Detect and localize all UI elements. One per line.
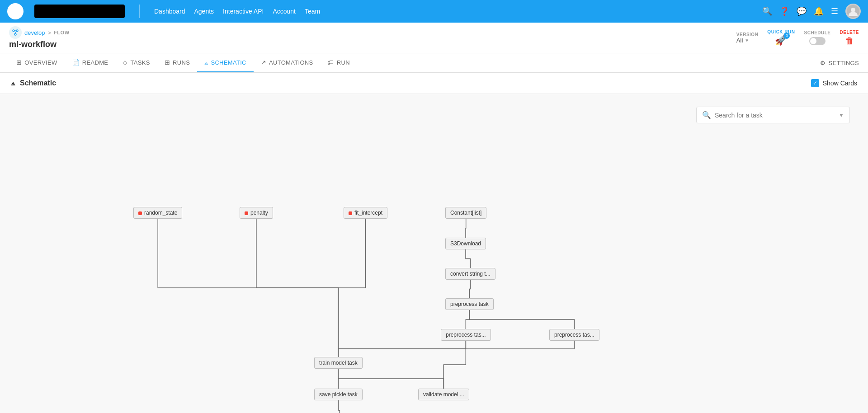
workflow-info: develop > FLOW ml-workflow — [9, 26, 70, 49]
version-label: VERSION — [736, 32, 759, 37]
show-cards-checkbox[interactable]: ✓ — [811, 79, 819, 87]
node-preprocess_task[interactable]: preprocess task — [445, 298, 494, 310]
svg-point-1 — [851, 8, 855, 12]
tab-run-label: RUN — [337, 59, 350, 66]
schematic-title-block: ⟁ Schematic — [11, 79, 56, 87]
delete-label: DELETE — [840, 30, 859, 35]
tab-overview[interactable]: ⊞ OVERVIEW — [9, 53, 65, 72]
overview-icon: ⊞ — [16, 59, 22, 66]
subheader-right: VERSION All ▼ QUICK RUN 🚀 0 SCHEDULE DEL… — [736, 29, 859, 46]
tab-tasks-label: TASKS — [131, 59, 150, 66]
node-penalty[interactable]: penalty — [240, 207, 273, 219]
run-icon: 🏷 — [327, 59, 334, 66]
connection-convert_string-preprocess_task — [469, 280, 470, 298]
workflow-title: ml-workflow — [9, 40, 70, 49]
user-avatar[interactable] — [845, 4, 861, 19]
tab-readme-label: README — [82, 59, 108, 66]
schedule-block: SCHEDULE — [804, 30, 831, 45]
nav-dashboard[interactable]: Dashboard — [154, 8, 185, 15]
schematic-title-icon: ⟁ — [11, 79, 15, 87]
quick-run-badge: 0 — [783, 33, 790, 39]
node-constant_list[interactable]: Constant[list] — [445, 207, 486, 219]
connection-preprocess_tas1-validate_model — [443, 341, 466, 389]
search-icon[interactable]: 🔍 — [762, 6, 772, 16]
tab-tasks[interactable]: ◇ TASKS — [115, 53, 157, 72]
delete-block: DELETE 🗑 — [840, 30, 859, 46]
node-validate_model[interactable]: validate model ... — [418, 389, 469, 400]
top-navigation: Dashboard Agents Interactive API Account… — [0, 0, 868, 23]
schedule-toggle[interactable] — [809, 37, 826, 45]
chat-icon[interactable]: 💬 — [797, 6, 807, 16]
node-convert_string[interactable]: convert string t... — [445, 268, 495, 280]
bell-icon[interactable]: 🔔 — [814, 6, 824, 16]
connection-preprocess_task-preprocess_tas2 — [469, 310, 574, 329]
schedule-label: SCHEDULE — [804, 30, 831, 35]
connection-preprocess_tas2-train_model — [338, 341, 574, 357]
app-logo[interactable] — [7, 3, 24, 19]
search-input[interactable] — [715, 112, 835, 119]
connection-preprocess_task-preprocess_tas1 — [466, 310, 469, 329]
node-s3download[interactable]: S3Download — [445, 238, 486, 249]
quick-run-button[interactable]: 🚀 0 — [775, 34, 787, 46]
breadcrumb-develop[interactable]: develop — [24, 29, 45, 36]
schematic-canvas[interactable]: 🔍 ▼ random_statepenaltyfit_interceptCons… — [0, 94, 868, 413]
nav-search-box — [34, 5, 125, 18]
node-save_pickle[interactable]: save pickle task — [314, 389, 363, 400]
version-select[interactable]: All ▼ — [736, 37, 749, 44]
nav-team[interactable]: Team — [305, 8, 320, 15]
nav-right-icons: 🔍 ❓ 💬 🔔 ☰ — [762, 4, 861, 19]
svg-point-2 — [13, 30, 14, 32]
delete-button[interactable]: 🗑 — [845, 36, 854, 46]
nav-divider — [139, 5, 140, 18]
connection-s3download-convert_string — [466, 249, 470, 268]
connection-fit_intercept-train_model — [338, 219, 365, 357]
connection-preprocess_tas1-train_model — [338, 341, 466, 357]
toggle-knob — [810, 38, 816, 44]
search-container: 🔍 ▼ — [696, 107, 850, 123]
breadcrumb: develop > FLOW — [9, 26, 70, 39]
schematic-icon: ⟁ — [204, 59, 208, 66]
connection-constant_list-s3download — [466, 219, 466, 238]
node-fit_intercept[interactable]: fit_intercept — [344, 207, 387, 219]
show-cards-control[interactable]: ✓ Show Cards — [811, 79, 857, 87]
tab-run[interactable]: 🏷 RUN — [320, 53, 357, 72]
node-preprocess_tas1[interactable]: preprocess tas... — [441, 329, 491, 341]
schematic-header: ⟁ Schematic ✓ Show Cards — [0, 73, 868, 94]
connection-random_state-train_model — [158, 219, 338, 357]
connection-save_pickle-upload_s3 — [338, 400, 340, 413]
node-train_model[interactable]: train model task — [314, 357, 363, 369]
nav-account[interactable]: Account — [273, 8, 296, 15]
svg-point-4 — [14, 33, 16, 35]
tab-runs[interactable]: ⊞ RUNS — [157, 53, 197, 72]
workflow-icon — [9, 26, 22, 39]
settings-tab[interactable]: ⚙ SETTINGS — [820, 60, 859, 66]
schematic-content: ⟁ Schematic ✓ Show Cards 🔍 ▼ random_stat… — [0, 73, 868, 413]
settings-label: SETTINGS — [829, 60, 859, 66]
tasks-icon: ◇ — [123, 59, 127, 66]
nav-links: Dashboard Agents Interactive API Account… — [154, 8, 320, 15]
connection-train_model-validate_model — [338, 369, 443, 389]
node-random_state[interactable]: random_state — [133, 207, 182, 219]
search-box: 🔍 ▼ — [696, 107, 850, 123]
list-icon[interactable]: ☰ — [831, 6, 838, 16]
node-preprocess_tas2[interactable]: preprocess tas... — [549, 329, 599, 341]
help-icon[interactable]: ❓ — [779, 6, 789, 16]
tab-automations-label: AUTOMATIONS — [269, 59, 313, 66]
quick-run-label: QUICK RUN — [767, 29, 795, 34]
tab-runs-label: RUNS — [173, 59, 190, 66]
tab-readme[interactable]: 📄 README — [65, 53, 116, 72]
tab-schematic[interactable]: ⟁ SCHEMATIC — [197, 53, 254, 72]
tab-overview-label: OVERVIEW — [24, 59, 57, 66]
search-dropdown-icon[interactable]: ▼ — [839, 112, 844, 118]
tab-automations[interactable]: ↗ AUTOMATIONS — [254, 53, 321, 72]
nav-interactive-api[interactable]: Interactive API — [223, 8, 264, 15]
breadcrumb-flow: FLOW — [54, 30, 69, 35]
runs-icon: ⊞ — [165, 59, 170, 66]
settings-gear-icon: ⚙ — [820, 60, 826, 66]
subheader: develop > FLOW ml-workflow VERSION All ▼… — [0, 23, 868, 53]
nav-agents[interactable]: Agents — [194, 8, 214, 15]
svg-point-3 — [16, 30, 18, 32]
quick-run-block: QUICK RUN 🚀 0 — [767, 29, 795, 46]
show-cards-label: Show Cards — [823, 80, 857, 87]
tab-schematic-label: SCHEMATIC — [211, 59, 246, 66]
